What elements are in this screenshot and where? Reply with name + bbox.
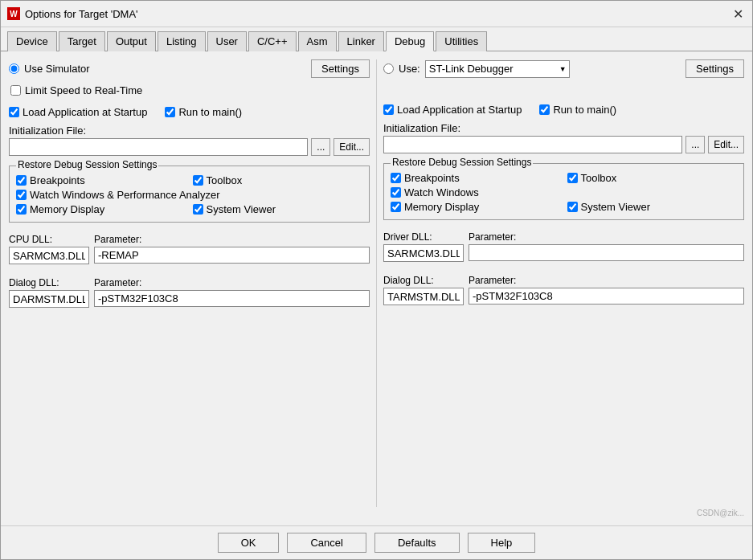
right-watch-windows-label[interactable]: Watch Windows	[391, 186, 737, 198]
left-dialog-dll-col: Dialog DLL:	[9, 277, 89, 308]
right-dialog-param-input[interactable]	[469, 288, 744, 305]
left-restore-group-title: Restore Debug Session Settings	[16, 159, 158, 170]
left-breakpoints-checkbox[interactable]	[16, 175, 27, 186]
left-init-file-label: Initialization File:	[9, 125, 370, 137]
right-toolbox-label[interactable]: Toolbox	[567, 172, 738, 184]
tab-output[interactable]: Output	[107, 31, 156, 51]
left-cpu-param-input[interactable]	[94, 247, 370, 264]
left-settings-button[interactable]: Settings	[311, 59, 370, 78]
right-init-file-label: Initialization File:	[383, 122, 744, 134]
right-debugger-select-wrapper: ST-Link Debugger	[425, 60, 570, 78]
right-load-run-row: Load Application at Startup Run to main(…	[383, 104, 744, 116]
right-watch-windows-checkbox[interactable]	[391, 187, 401, 198]
right-breakpoints-label[interactable]: Breakpoints	[391, 172, 561, 184]
right-use-radio[interactable]	[383, 63, 394, 74]
defaults-button[interactable]: Defaults	[374, 533, 460, 553]
left-column: Use Simulator Settings Limit Speed to Re…	[9, 59, 370, 507]
left-run-to-main-label[interactable]: Run to main()	[165, 106, 242, 118]
simulator-label: Use Simulator	[24, 63, 90, 75]
right-run-to-main-label[interactable]: Run to main()	[539, 104, 616, 116]
right-toolbox-checkbox[interactable]	[567, 173, 578, 183]
simulator-radio[interactable]	[9, 63, 19, 74]
two-column-layout: Use Simulator Settings Limit Speed to Re…	[9, 59, 744, 507]
tab-linker[interactable]: Linker	[338, 31, 384, 51]
right-dialog-dll-input[interactable]	[383, 288, 464, 305]
right-use-label: Use:	[399, 63, 420, 75]
left-init-file-input[interactable]	[9, 138, 308, 156]
left-edit-button[interactable]: Edit...	[334, 138, 370, 156]
left-dialog-dll-row: Dialog DLL: Parameter:	[9, 277, 370, 308]
close-button[interactable]: ✕	[730, 6, 746, 22]
right-memory-display-label[interactable]: Memory Display	[391, 201, 561, 213]
left-toolbox-checkbox[interactable]	[193, 175, 203, 186]
left-memory-display-checkbox[interactable]	[16, 204, 27, 215]
right-driver-param-input[interactable]	[469, 244, 744, 261]
right-column: Use: ST-Link Debugger Settings Load Appl…	[383, 59, 744, 507]
tab-device[interactable]: Device	[7, 31, 57, 51]
watermark: CSDN@zik...	[9, 509, 744, 517]
tab-utilities[interactable]: Utilities	[436, 31, 487, 51]
right-init-file-input[interactable]	[383, 136, 682, 153]
left-init-file-row: ... Edit...	[9, 138, 370, 156]
ok-button[interactable]: OK	[218, 533, 280, 553]
left-cpu-param-label: Parameter:	[94, 234, 370, 245]
left-dialog-param-col: Parameter:	[94, 277, 370, 307]
tab-user[interactable]: User	[207, 31, 247, 51]
left-run-to-main-checkbox[interactable]	[165, 107, 175, 117]
right-settings-button[interactable]: Settings	[685, 59, 744, 78]
right-breakpoints-checkbox[interactable]	[391, 173, 401, 183]
left-watch-windows-checkbox[interactable]	[16, 190, 27, 200]
right-dialog-dll-section: Dialog DLL: Parameter:	[383, 275, 744, 305]
cancel-button[interactable]: Cancel	[287, 533, 366, 553]
left-dialog-param-input[interactable]	[94, 290, 370, 307]
help-button[interactable]: Help	[468, 533, 536, 553]
left-restore-group: Restore Debug Session Settings Breakpoin…	[9, 166, 370, 223]
right-driver-dll-row: Driver DLL: Parameter:	[383, 231, 744, 262]
left-load-app-checkbox[interactable]	[9, 107, 19, 117]
right-system-viewer-label[interactable]: System Viewer	[567, 201, 738, 213]
right-load-app-label[interactable]: Load Application at Startup	[383, 104, 522, 116]
tab-asm[interactable]: Asm	[298, 31, 337, 51]
footer: OK Cancel Defaults Help	[1, 525, 752, 559]
tab-cpp[interactable]: C/C++	[248, 31, 297, 51]
left-breakpoints-label[interactable]: Breakpoints	[16, 174, 186, 186]
left-watch-windows-label[interactable]: Watch Windows & Performance Analyzer	[16, 189, 362, 201]
left-cpu-param-col: Parameter:	[94, 234, 370, 264]
window-title: Options for Target 'DMA'	[25, 8, 138, 20]
right-dialog-dll-row: Dialog DLL: Parameter:	[383, 275, 744, 305]
right-browse-button[interactable]: ...	[685, 136, 705, 153]
left-cpu-dll-input[interactable]	[9, 247, 89, 264]
simulator-row: Use Simulator Settings	[9, 59, 370, 78]
right-system-viewer-checkbox[interactable]	[567, 202, 578, 212]
left-load-app-label[interactable]: Load Application at Startup	[9, 106, 147, 118]
left-browse-button[interactable]: ...	[311, 138, 330, 156]
left-system-viewer-label[interactable]: System Viewer	[193, 203, 363, 215]
tab-listing[interactable]: Listing	[158, 31, 206, 51]
left-toolbox-label[interactable]: Toolbox	[193, 174, 363, 186]
right-dialog-dll-col: Dialog DLL:	[383, 275, 464, 305]
left-dialog-dll-input[interactable]	[9, 290, 89, 308]
right-restore-checkboxes: Breakpoints Toolbox Watch Windows	[391, 172, 737, 213]
left-dialog-param-label: Parameter:	[94, 277, 370, 288]
tab-debug[interactable]: Debug	[386, 31, 434, 51]
left-init-file-section: Initialization File: ... Edit...	[9, 125, 370, 156]
tab-bar: Device Target Output Listing User C/C++ …	[1, 27, 752, 51]
right-edit-button[interactable]: Edit...	[708, 136, 744, 153]
left-dialog-dll-label: Dialog DLL:	[9, 277, 89, 288]
tab-target[interactable]: Target	[59, 31, 105, 51]
right-driver-dll-input[interactable]	[383, 244, 464, 262]
limit-speed-label: Limit Speed to Real-Time	[25, 84, 142, 96]
left-load-run-row: Load Application at Startup Run to main(…	[9, 106, 370, 118]
right-dialog-param-col: Parameter:	[469, 275, 744, 305]
right-debugger-select[interactable]: ST-Link Debugger	[425, 60, 570, 78]
right-memory-display-checkbox[interactable]	[391, 202, 401, 212]
left-cpu-dll-row: CPU DLL: Parameter:	[9, 234, 370, 264]
right-load-app-checkbox[interactable]	[383, 104, 394, 115]
left-memory-display-label[interactable]: Memory Display	[16, 203, 186, 215]
limit-speed-checkbox[interactable]	[10, 85, 21, 96]
limit-speed-row: Limit Speed to Real-Time	[10, 84, 370, 96]
title-bar-left: W Options for Target 'DMA'	[7, 7, 138, 20]
right-run-to-main-checkbox[interactable]	[539, 104, 550, 115]
right-driver-param-col: Parameter:	[469, 231, 744, 261]
left-system-viewer-checkbox[interactable]	[193, 204, 203, 215]
